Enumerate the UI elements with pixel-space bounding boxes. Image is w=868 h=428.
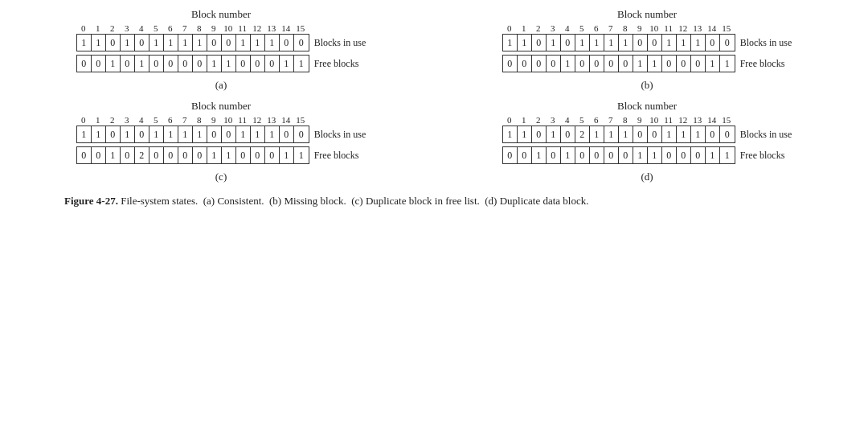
bit-cell: 0 [207, 126, 222, 142]
block-numbers-b: 0123456789101112131415 [502, 23, 734, 33]
bit-cell: 1 [648, 147, 662, 163]
bit-cell: 1 [106, 147, 121, 163]
block-num-cell: 15 [719, 115, 734, 125]
bit-cell: 1 [561, 56, 575, 72]
bit-cell: 0 [633, 126, 648, 142]
bit-cell: 1 [280, 147, 294, 163]
panel-caption-b: (b) [641, 79, 653, 92]
block-num-cell: 4 [560, 23, 575, 33]
bit-cell: 1 [706, 147, 720, 163]
bit-cell: 1 [207, 56, 222, 72]
bit-cell: 1 [121, 126, 135, 142]
bit-row-wrap: 1101011110011100Blocks in use [76, 34, 366, 51]
bit-cell: 0 [222, 35, 236, 51]
block-num-cell: 3 [120, 115, 134, 125]
bit-cell: 0 [207, 35, 222, 51]
bit-cell: 0 [706, 126, 720, 142]
bit-cell: 0 [662, 56, 677, 72]
bit-row: 0010100001100011 [502, 146, 735, 164]
block-num-cell: 5 [575, 115, 589, 125]
main-container: Block number0123456789101112131415110101… [16, 8, 852, 209]
block-num-cell: 7 [178, 115, 192, 125]
bit-cell: 1 [619, 35, 633, 51]
bit-cell: 1 [178, 126, 193, 142]
block-num-cell: 2 [531, 23, 546, 33]
bit-row-wrap: 0010100001100011Free blocks [76, 55, 359, 72]
bit-cell: 1 [149, 35, 164, 51]
bit-cell: 1 [633, 56, 648, 72]
bit-cell: 0 [532, 35, 547, 51]
bit-cell: 1 [561, 147, 575, 163]
bit-cell: 0 [590, 147, 604, 163]
block-num-cell: 4 [134, 23, 149, 33]
block-numbers-d: 0123456789101112131415 [502, 115, 734, 125]
numbers-container-c: 01234567891011121314151101011110011100Bl… [76, 115, 366, 167]
bit-cell: 1 [222, 147, 236, 163]
bit-row-wrap: 1101011110011100Blocks in use [76, 126, 366, 143]
bit-row: 1101021110011100 [502, 126, 735, 143]
bit-cell: 0 [106, 126, 121, 142]
block-num-cell: 11 [661, 23, 676, 33]
panel-caption-c: (c) [215, 171, 227, 183]
bit-cell: 1 [135, 56, 149, 72]
bit-cell: 0 [294, 35, 309, 51]
bit-cell: 0 [677, 147, 691, 163]
block-num-cell: 6 [163, 23, 178, 33]
bit-cell: 1 [662, 35, 677, 51]
block-num-cell: 11 [661, 115, 676, 125]
block-num-cell: 11 [235, 23, 250, 33]
block-num-cell: 15 [293, 115, 308, 125]
bit-cell: 1 [677, 35, 691, 51]
row-label: Blocks in use [740, 129, 792, 141]
bit-cell: 1 [178, 35, 193, 51]
bit-cell: 0 [677, 56, 691, 72]
bit-cell: 1 [207, 147, 222, 163]
bit-row: 0010200001100011 [76, 146, 309, 164]
bit-row: 0000100001100011 [502, 55, 735, 72]
bit-cell: 0 [178, 147, 193, 163]
block-num-cell: 6 [163, 115, 178, 125]
block-num-cell: 7 [604, 23, 618, 33]
panel-caption-d: (d) [641, 171, 653, 183]
bit-row-wrap: 1101011110011100Blocks in use [502, 34, 792, 51]
bit-cell: 0 [532, 56, 547, 72]
block-num-cell: 9 [633, 115, 647, 125]
panel-title-c: Block number [191, 100, 251, 113]
bit-cell: 0 [135, 35, 149, 51]
bit-cell: 1 [720, 147, 735, 163]
row-label: Blocks in use [740, 37, 792, 49]
figure-caption: Figure 4-27. File-system states. (a) Con… [16, 193, 852, 209]
panel-caption-a: (a) [215, 79, 227, 92]
bit-cell: 0 [691, 147, 706, 163]
panel-a: Block number0123456789101112131415110101… [16, 8, 426, 92]
bit-cell: 1 [294, 56, 309, 72]
bit-cell: 0 [121, 56, 135, 72]
block-num-cell: 4 [560, 115, 575, 125]
bit-row: 0010100001100011 [76, 55, 309, 72]
block-num-cell: 7 [178, 23, 192, 33]
block-num-cell: 0 [502, 115, 517, 125]
bit-cell: 1 [720, 56, 735, 72]
block-num-cell: 12 [250, 115, 264, 125]
panel-title-d: Block number [617, 100, 677, 113]
panel-title-a: Block number [191, 8, 251, 21]
bit-cell: 0 [222, 126, 236, 142]
block-num-cell: 12 [250, 23, 264, 33]
bit-cell: 0 [575, 147, 590, 163]
block-num-cell: 15 [293, 23, 308, 33]
block-num-cell: 10 [221, 23, 235, 33]
bit-cell: 1 [590, 35, 604, 51]
block-num-cell: 9 [633, 23, 647, 33]
block-num-cell: 13 [690, 23, 705, 33]
block-num-cell: 10 [647, 115, 661, 125]
bit-cell: 1 [518, 35, 532, 51]
bit-cell: 1 [648, 56, 662, 72]
block-num-cell: 9 [207, 115, 221, 125]
block-num-cell: 10 [221, 115, 235, 125]
bit-cell: 2 [575, 126, 590, 142]
numbers-container-d: 01234567891011121314151101021110011100Bl… [502, 115, 792, 167]
bit-row-wrap: 0010100001100011Free blocks [502, 146, 785, 164]
block-num-cell: 5 [149, 23, 163, 33]
bit-cell: 0 [77, 147, 92, 163]
row-label: Blocks in use [314, 37, 366, 49]
